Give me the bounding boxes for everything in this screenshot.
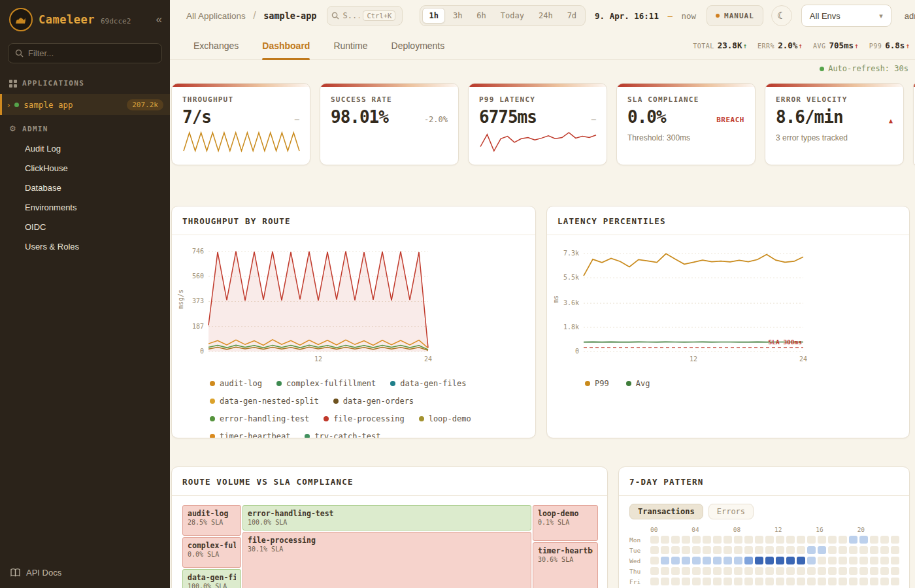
legend-dot bbox=[305, 434, 310, 438]
legend-dot bbox=[276, 381, 282, 386]
heatmap-cell bbox=[661, 578, 669, 585]
sidebar-item-users-roles[interactable]: Users & Roles bbox=[0, 237, 170, 256]
card-title: ROUTE VOLUME VS SLA COMPLIANCE bbox=[172, 467, 607, 496]
theme-toggle-button[interactable]: ☾ bbox=[771, 5, 792, 26]
legend-item-try-catch-test[interactable]: try-catch-test bbox=[305, 432, 380, 438]
heatmap-row-wed: Wed bbox=[629, 557, 899, 564]
breadcrumb-all-applications[interactable]: All Applications bbox=[186, 11, 246, 21]
pattern-toggle-errors[interactable]: Errors bbox=[708, 504, 754, 519]
treemap-cell-error-handling-test[interactable]: error-handling-test100.0% SLA bbox=[242, 505, 531, 531]
sidebar-filter[interactable] bbox=[8, 43, 162, 63]
bottom-row: ROUTE VOLUME VS SLA COMPLIANCE audit-log… bbox=[171, 466, 915, 588]
tab-deployments[interactable]: Deployments bbox=[391, 31, 445, 59]
time-range-7d[interactable]: 7d bbox=[561, 8, 583, 24]
sidebar-item-sample-app[interactable]: › sample app 207.2k bbox=[0, 94, 170, 115]
admin-section-header: ⚙ ADMIN bbox=[0, 118, 170, 139]
legend-item-audit-log[interactable]: audit-log bbox=[210, 379, 262, 388]
auto-refresh-label: Auto-refresh: 30s bbox=[828, 64, 908, 73]
admin-header-label: ADMIN bbox=[22, 125, 48, 133]
heatmap-cell bbox=[891, 546, 899, 554]
treemap-cell-sla: 0.0% SLA bbox=[188, 551, 236, 558]
heatmap-cell bbox=[661, 557, 669, 564]
sidebar-item-database[interactable]: Database bbox=[0, 178, 170, 197]
legend-item-data-gen-files[interactable]: data-gen-files bbox=[390, 379, 466, 388]
kpi-value-row: 8.6/min▲ bbox=[776, 108, 893, 125]
heatmap-cell bbox=[755, 546, 763, 554]
legend-item-file-processing[interactable]: file-processing bbox=[324, 414, 404, 423]
manual-refresh-button[interactable]: MANUAL bbox=[707, 5, 763, 26]
kpi-title: SUCCESS RATE bbox=[331, 95, 448, 104]
treemap-cell-loop-demo[interactable]: loop-demo0.1% SLA bbox=[533, 505, 598, 541]
svg-text:3.6k: 3.6k bbox=[563, 299, 579, 306]
pattern-toggle-transactions[interactable]: Transactions bbox=[629, 504, 703, 519]
heatmap-hour-label: 04 bbox=[691, 526, 733, 533]
heatmap-cell bbox=[765, 567, 774, 575]
sidebar-item-audit-log[interactable]: Audit Log bbox=[0, 139, 170, 158]
treemap-cell-file-processing[interactable]: file-processing30.1% SLA bbox=[242, 532, 531, 588]
legend-dot bbox=[585, 381, 590, 386]
sidebar-collapse-button[interactable]: « bbox=[156, 13, 162, 26]
heatmap-cell bbox=[839, 546, 847, 554]
api-docs-label: API Docs bbox=[26, 568, 61, 578]
heatmap-hour-label: 20 bbox=[857, 526, 899, 533]
sidebar-item-environments[interactable]: Environments bbox=[0, 197, 170, 217]
admin-menu: Audit LogClickHouseDatabaseEnvironmentsO… bbox=[0, 139, 170, 256]
kpi-delta: -2.0% bbox=[424, 115, 448, 125]
legend-item-data-gen-nested-split[interactable]: data-gen-nested-split bbox=[210, 397, 319, 406]
legend-item-loop-demo[interactable]: loop-demo bbox=[419, 414, 471, 423]
environment-select[interactable]: All Envs ▾ bbox=[801, 5, 891, 27]
heatmap-cell bbox=[786, 546, 795, 554]
filter-input[interactable] bbox=[28, 48, 155, 58]
search-input[interactable] bbox=[342, 11, 359, 20]
svg-text:24: 24 bbox=[799, 355, 807, 363]
heatmap-cell bbox=[807, 557, 816, 564]
heatmap-cell bbox=[661, 536, 669, 544]
heatmap-hour-label: 16 bbox=[816, 526, 857, 533]
heatmap-cell bbox=[786, 567, 795, 575]
tab-dashboard[interactable]: Dashboard bbox=[262, 31, 310, 59]
legend-item-error-handling-test[interactable]: error-handling-test bbox=[210, 414, 309, 423]
treemap-cell-timer-heartbeat[interactable]: timer-heartbeat30.6% SLA bbox=[533, 542, 598, 588]
global-search[interactable]: Ctrl+K bbox=[327, 6, 403, 25]
time-range-3h[interactable]: 3h bbox=[446, 8, 469, 24]
svg-text:ms: ms bbox=[552, 295, 559, 303]
legend-item-complex-fulfillment[interactable]: complex-fulfillment bbox=[276, 379, 376, 388]
heatmap-cell bbox=[870, 546, 878, 554]
treemap-cell-audit-log[interactable]: audit-log28.5% SLA bbox=[182, 505, 241, 536]
treemap-cell-complex-fulfil[interactable]: complex-fulfil...0.0% SLA bbox=[182, 537, 241, 568]
time-range-1h[interactable]: 1h bbox=[422, 8, 444, 24]
tab-runtime[interactable]: Runtime bbox=[333, 31, 367, 59]
time-range-24h[interactable]: 24h bbox=[532, 8, 559, 24]
user-menu[interactable]: admin bbox=[905, 11, 915, 21]
heatmap-cell bbox=[839, 567, 847, 575]
kpi-subtitle: 3 error types tracked bbox=[776, 133, 893, 142]
treemap-cell-data-gen-files[interactable]: data-gen-files100.0% SLA bbox=[182, 569, 241, 588]
heatmap-cell bbox=[765, 578, 774, 585]
kpi-delta: – bbox=[295, 115, 299, 125]
heatmap-hour-label: 12 bbox=[774, 526, 816, 533]
stat-label: AVG bbox=[813, 42, 826, 50]
dashboard-content: THROUGHPUT7/s–SUCCESS RATE98.01%-2.0%P99… bbox=[170, 77, 915, 588]
time-range-today[interactable]: Today bbox=[494, 8, 531, 24]
legend-dot bbox=[210, 434, 215, 438]
svg-text:560: 560 bbox=[192, 272, 204, 280]
legend-item-timer-heartbeat[interactable]: timer-heartbeat bbox=[210, 432, 290, 438]
legend-item-avg[interactable]: Avg bbox=[626, 379, 650, 388]
stat-p99: P996.8s↑ bbox=[869, 41, 910, 50]
sidebar-item-oidc[interactable]: OIDC bbox=[0, 217, 170, 237]
legend-item-data-gen-orders[interactable]: data-gen-orders bbox=[333, 397, 414, 406]
heatmap-cell bbox=[818, 546, 826, 554]
heatmap-cell bbox=[859, 536, 868, 544]
chevron-down-icon: ▾ bbox=[879, 12, 883, 20]
moon-icon: ☾ bbox=[777, 10, 786, 22]
sidebar-item-clickhouse[interactable]: ClickHouse bbox=[0, 158, 170, 178]
heatmap-cell bbox=[891, 578, 899, 585]
heatmap-cell bbox=[859, 546, 868, 554]
heatmap-cell bbox=[828, 557, 837, 564]
time-range-6h[interactable]: 6h bbox=[470, 8, 492, 24]
sidebar-api-docs[interactable]: API Docs bbox=[0, 559, 170, 588]
tab-exchanges[interactable]: Exchanges bbox=[193, 31, 239, 59]
grid-icon bbox=[9, 80, 17, 88]
legend-item-p99[interactable]: P99 bbox=[585, 379, 609, 388]
treemap-cell-label: error-handling-test bbox=[248, 509, 526, 518]
